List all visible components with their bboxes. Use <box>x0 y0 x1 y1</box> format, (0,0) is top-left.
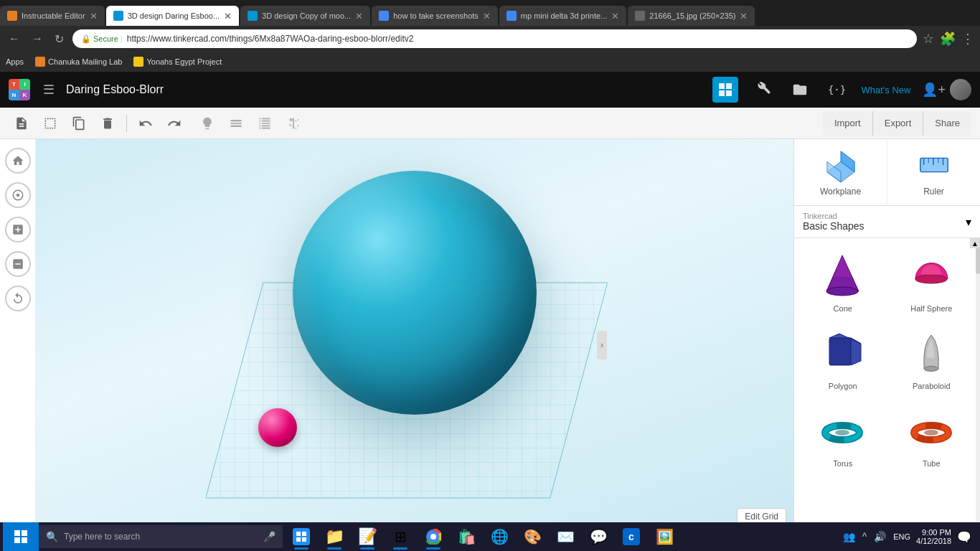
bookmark-label: Chanuka Mailing Lab <box>48 57 122 66</box>
main-sphere[interactable] <box>293 171 537 415</box>
shapes-dropdown-button[interactable]: ▾ <box>966 215 971 229</box>
shape-polygon[interactable]: Polygon <box>800 321 886 396</box>
new-design-button[interactable] <box>9 110 34 136</box>
undo-button[interactable] <box>133 110 159 136</box>
toolbar: Import Export Share <box>0 108 980 139</box>
mirror-icon[interactable] <box>282 112 305 135</box>
tab-close-icon[interactable]: ✕ <box>90 11 98 22</box>
tab-tinkercad-active[interactable]: 3D design Daring Esboo... ✕ <box>106 6 239 26</box>
redo-button[interactable] <box>161 110 187 136</box>
reload-button[interactable]: ↻ <box>52 31 67 47</box>
tab-close-icon[interactable]: ✕ <box>483 11 491 22</box>
tab-favicon <box>635 11 645 21</box>
export-button[interactable]: Export <box>873 111 924 136</box>
workplane-button[interactable]: Workplane <box>794 139 887 205</box>
delete-button[interactable] <box>95 110 121 136</box>
taskbar-app-chrome[interactable] <box>418 522 449 551</box>
bookmark-chanuka[interactable]: Chanuka Mailing Lab <box>35 57 122 67</box>
tab-mp-mini[interactable]: mp mini delta 3d printe... ✕ <box>499 6 626 26</box>
whats-new-button[interactable]: What's New <box>862 85 911 95</box>
tab-close-icon[interactable]: ✕ <box>224 11 232 22</box>
mail-icon: ✉️ <box>557 528 574 545</box>
taskbar-app-tiles[interactable]: ⊞ <box>385 522 416 551</box>
separator: | <box>121 34 123 43</box>
tab-label: 3D design Copy of moo... <box>262 11 351 20</box>
home-view-icon[interactable] <box>5 148 31 174</box>
tab-close-icon[interactable]: ✕ <box>611 11 619 22</box>
tab-favicon <box>113 11 123 21</box>
logo-cell-i: I <box>19 79 30 90</box>
tab-jpg[interactable]: 21666_15.jpg (250×235) ✕ <box>628 6 755 26</box>
scrollbar-track[interactable] <box>976 238 980 551</box>
bookmark-apps[interactable]: Apps <box>6 57 24 66</box>
avatar-area[interactable]: 👤+ <box>922 79 971 100</box>
start-button[interactable] <box>3 522 39 551</box>
mic-icon[interactable]: 🎤 <box>263 531 275 542</box>
notification-icon[interactable]: 🗨️ <box>957 530 971 544</box>
taskbar-app-edge[interactable]: 🌐 <box>484 522 515 551</box>
light-bulb-icon[interactable] <box>196 112 219 135</box>
code-icon-button[interactable]: {·} <box>824 77 850 103</box>
taskbar-app-taskview[interactable] <box>286 522 317 551</box>
word-icon: 📝 <box>359 528 376 545</box>
tinkercad-logo[interactable]: T I N K <box>9 79 30 100</box>
taskbar-app-photo[interactable]: 🖼️ <box>649 522 680 551</box>
svg-point-26 <box>835 430 849 435</box>
search-bar[interactable]: 🔍 Type here to search 🎤 <box>39 525 283 548</box>
photo-icon: 🖼️ <box>656 528 673 545</box>
taskbar-app-store[interactable]: 🛍️ <box>451 522 482 551</box>
tab-favicon <box>7 11 17 21</box>
taskbar-app-cad[interactable]: c <box>616 522 647 551</box>
fit-view-icon[interactable] <box>5 182 31 208</box>
shape-subtract-icon[interactable] <box>225 112 248 135</box>
zoom-out-icon[interactable] <box>5 251 31 277</box>
people-icon[interactable]: 👥 <box>843 531 855 542</box>
more-icon[interactable]: ⋮ <box>961 31 974 47</box>
shape-torus[interactable]: Torus <box>800 399 886 474</box>
taskbar-app-msg[interactable]: 💬 <box>583 522 614 551</box>
reset-view-icon[interactable] <box>5 286 31 311</box>
share-button[interactable]: Share <box>923 111 971 136</box>
tab-close-icon[interactable]: ✕ <box>355 11 363 22</box>
align-icon[interactable] <box>253 112 276 135</box>
taskbar-app-mail[interactable]: ✉️ <box>550 522 581 551</box>
shape-paraboloid[interactable]: Paraboloid <box>889 321 975 396</box>
taskbar-app-explorer[interactable]: 📁 <box>319 522 350 551</box>
canvas-area[interactable]: Edit Grid Snap Grid 1.0 mm ▼ › <box>36 139 793 551</box>
shape-tube[interactable]: Tube <box>889 399 975 474</box>
zoom-in-icon[interactable] <box>5 217 31 242</box>
speaker-icon[interactable]: 🔊 <box>874 531 886 542</box>
tab-tinkercad-copy[interactable]: 3D design Copy of moo... ✕ <box>240 6 370 26</box>
folder-icon-button[interactable] <box>787 77 813 103</box>
bookmark-yonahs[interactable]: Yonahs Egypt Project <box>133 57 222 67</box>
bookmark-star-icon[interactable]: ☆ <box>923 31 934 47</box>
ruler-button[interactable]: Ruler <box>887 139 980 205</box>
taskbar-app-word[interactable]: 📝 <box>352 522 383 551</box>
chrome-icon <box>425 528 442 545</box>
collapse-panel-button[interactable]: › <box>597 331 607 359</box>
add-user-icon: 👤+ <box>922 82 946 98</box>
extensions-icon[interactable]: 🧩 <box>940 31 956 47</box>
taskbar-app-colorwheel[interactable]: 🎨 <box>517 522 548 551</box>
language-button[interactable]: ENG <box>893 532 910 541</box>
scroll-up-button[interactable]: ▲ <box>970 238 980 248</box>
forward-button[interactable]: → <box>29 31 46 47</box>
shape-cone[interactable]: Cone <box>800 244 886 319</box>
hamburger-menu-icon[interactable]: ☰ <box>43 82 55 98</box>
back-button[interactable]: ← <box>6 31 23 47</box>
tab-screenshots[interactable]: how to take screenshots ✕ <box>372 6 498 26</box>
right-panel: Workplane Ruler <box>793 139 980 551</box>
select-all-button[interactable] <box>37 110 63 136</box>
small-magenta-sphere[interactable] <box>258 408 297 447</box>
view-3d-button[interactable] <box>712 77 738 103</box>
network-icon[interactable]: ^ <box>862 531 867 542</box>
logo-cell-n: N <box>9 90 19 100</box>
address-bar[interactable]: 🔒 Secure | https://www.tinkercad.com/thi… <box>72 29 917 48</box>
shape-half-sphere[interactable]: Half Sphere <box>889 244 975 319</box>
hammer-icon-button[interactable] <box>750 77 776 103</box>
tab-instructable[interactable]: Instructable Editor ✕ <box>0 6 105 26</box>
clock-display[interactable]: 9:00 PM 4/12/2018 <box>916 528 951 545</box>
import-button[interactable]: Import <box>823 111 873 136</box>
copy-button[interactable] <box>66 110 92 136</box>
tab-close-icon[interactable]: ✕ <box>740 11 748 22</box>
